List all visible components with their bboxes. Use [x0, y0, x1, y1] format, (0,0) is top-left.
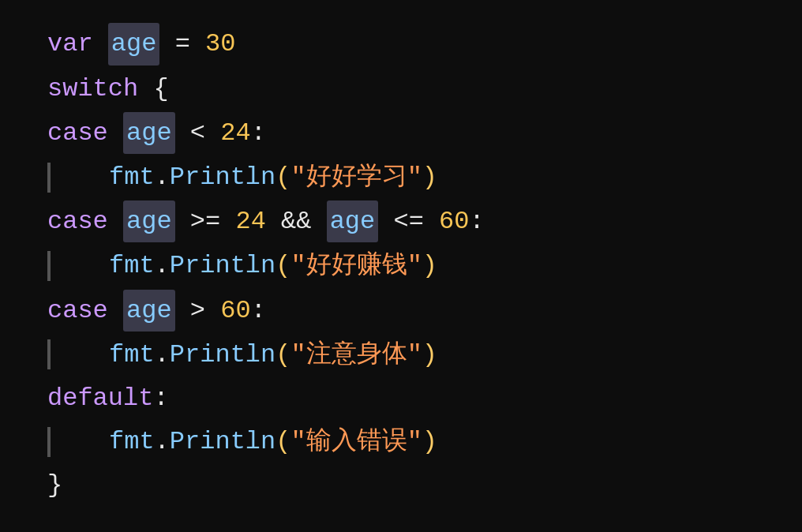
op-lt: < — [190, 113, 205, 153]
age-case3: age — [123, 290, 175, 332]
string-1: 好好学习 — [306, 157, 407, 197]
line-close: } — [47, 465, 755, 505]
line-switch: switch { — [47, 69, 755, 109]
colon4: : — [153, 378, 168, 418]
quote-close-4: " — [407, 421, 422, 462]
string-4: 输入错误 — [306, 421, 407, 462]
line-println3: fmt . Println ( " 注意身体 " ) — [47, 335, 755, 375]
num-30: 30 — [205, 24, 235, 64]
println-2: Println — [170, 245, 275, 286]
fmt-4: fmt — [109, 421, 155, 462]
op-and: && — [281, 201, 311, 242]
num-60: 60 — [439, 201, 469, 242]
paren-open-4: ( — [275, 421, 290, 462]
quote-close-1: " — [407, 157, 422, 197]
quote-open-4: " — [290, 421, 305, 462]
line-var: var age = 30 — [47, 23, 755, 65]
dot-4: . — [155, 421, 170, 462]
paren-close-2: ) — [422, 245, 437, 286]
line-case2: case age >= 24 && age <= 60 : — [47, 200, 755, 242]
quote-close-2: " — [407, 245, 422, 286]
string-3: 注意身体 — [306, 335, 407, 375]
colon1: : — [251, 113, 266, 153]
op-equals: = — [175, 24, 190, 64]
op-gt: > — [190, 290, 205, 331]
op-lte: <= — [393, 201, 423, 242]
bar-2 — [47, 251, 51, 281]
fmt-2: fmt — [109, 245, 155, 286]
dot-2: . — [155, 245, 170, 286]
dot-1: . — [155, 157, 170, 197]
num-24b: 24 — [235, 201, 265, 242]
line-default: default : — [47, 378, 755, 418]
age-case1: age — [123, 112, 175, 154]
paren-close-4: ) — [422, 421, 437, 462]
fmt-1: fmt — [109, 157, 155, 197]
dot-3: . — [155, 335, 170, 375]
paren-open-3: ( — [275, 335, 290, 375]
brace-open: { — [153, 69, 168, 109]
line-case3: case age > 60 : — [47, 290, 755, 332]
bar-3 — [47, 339, 51, 369]
quote-open-3: " — [290, 335, 305, 375]
bar-4 — [47, 427, 51, 457]
paren-open-2: ( — [275, 245, 290, 286]
op-gte: >= — [190, 201, 220, 242]
colon3: : — [251, 290, 266, 331]
line-case1: case age < 24 : — [47, 112, 755, 154]
quote-open-2: " — [290, 245, 305, 286]
var-age-highlight: age — [108, 23, 160, 65]
println-3: Println — [170, 335, 275, 375]
paren-close-3: ) — [422, 335, 437, 375]
keyword-case2: case — [47, 201, 108, 242]
code-editor: var age = 30 switch { case age < 24 : fm… — [0, 0, 802, 532]
println-1: Println — [170, 157, 275, 197]
colon2: : — [469, 201, 484, 242]
brace-close: } — [47, 465, 62, 505]
age-case2b: age — [327, 200, 379, 242]
keyword-default: default — [47, 378, 153, 418]
paren-close-1: ) — [422, 157, 437, 197]
line-println4: fmt . Println ( " 输入错误 " ) — [47, 421, 755, 462]
keyword-case3: case — [47, 290, 108, 331]
keyword-switch: switch — [47, 69, 138, 109]
quote-close-3: " — [407, 335, 422, 375]
fmt-3: fmt — [109, 335, 155, 375]
line-println2: fmt . Println ( " 好好赚钱 " ) — [47, 245, 755, 286]
quote-open-1: " — [290, 157, 305, 197]
line-println1: fmt . Println ( " 好好学习 " ) — [47, 157, 755, 197]
paren-open-1: ( — [275, 157, 290, 197]
num-60b: 60 — [220, 290, 250, 331]
age-case2a: age — [123, 200, 175, 242]
num-24: 24 — [220, 113, 250, 153]
bar-1 — [47, 163, 51, 193]
keyword-case1: case — [47, 113, 108, 153]
println-4: Println — [170, 421, 275, 462]
keyword-var: var — [47, 24, 93, 64]
string-2: 好好赚钱 — [306, 245, 407, 286]
